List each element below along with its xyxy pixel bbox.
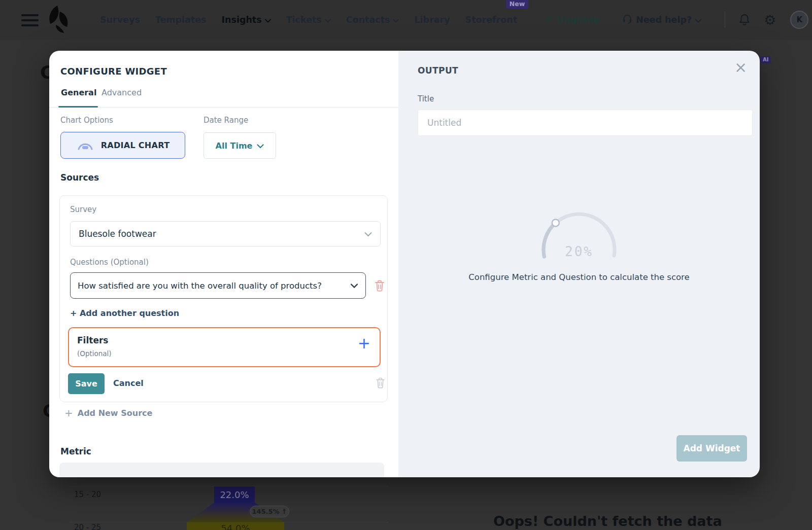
nav-item-storefront[interactable]: Storefront New (465, 15, 518, 25)
ai-badge: AI (760, 56, 771, 63)
configure-hint-text: Configure Metric and Question to calcula… (398, 272, 760, 282)
chevron-down-icon (364, 229, 372, 239)
upgrade-button[interactable]: Upgrade (544, 14, 600, 26)
rocket-icon (544, 14, 554, 26)
funnel-row-label: 20 - 25 (74, 523, 101, 530)
survey-select[interactable]: Bluesole footwear (70, 221, 381, 246)
nav-divider (725, 12, 725, 28)
widget-title-label: Title (418, 94, 434, 103)
add-new-source-button[interactable]: + Add New Source (64, 408, 152, 418)
sources-heading: Sources (60, 172, 99, 183)
tab-advanced[interactable]: Advanced (101, 88, 142, 97)
configure-panel: CONFIGURE WIDGET General Advanced Chart … (49, 51, 398, 477)
add-filter-plus-icon[interactable]: + (358, 336, 370, 351)
active-tab-underline (58, 106, 98, 108)
nav-item-tickets[interactable]: Tickets (286, 15, 331, 25)
chevron-down-icon (265, 15, 271, 25)
output-heading: OUTPUT (418, 65, 458, 76)
plus-icon: + (70, 308, 77, 318)
plus-icon: + (64, 408, 73, 418)
chevron-down-icon (257, 141, 264, 151)
delete-source-trash-icon[interactable] (376, 377, 385, 388)
app-logo-leaf-icon[interactable] (45, 5, 72, 36)
question-select[interactable]: How satisfied are you with the overall q… (70, 272, 366, 299)
chevron-down-icon (350, 281, 358, 291)
cancel-button[interactable]: Cancel (113, 378, 144, 388)
nav-right-group: Upgrade Need help? ⚙ K (544, 0, 808, 40)
tab-divider (49, 107, 398, 108)
need-help-menu[interactable]: Need help? (622, 14, 701, 26)
chart-options-label: Chart Options (60, 116, 113, 125)
hamburger-menu-icon[interactable] (21, 14, 39, 26)
add-another-question-button[interactable]: + Add another question (70, 308, 179, 318)
nav-menu: Surveys Templates Insights Tickets Conta… (100, 0, 517, 40)
nav-item-surveys[interactable]: Surveys (100, 15, 140, 25)
filters-label: Filters (77, 335, 108, 345)
funnel-change-badge: 145.5%↑ (250, 506, 289, 517)
nav-item-templates[interactable]: Templates (155, 15, 207, 25)
questions-label: Questions (Optional) (70, 258, 149, 267)
date-range-select[interactable]: All Time (204, 132, 276, 159)
nav-item-insights[interactable]: Insights (222, 15, 271, 25)
nav-item-library[interactable]: Library (414, 15, 450, 25)
chevron-down-icon (695, 15, 701, 25)
screen: Surveys Templates Insights Tickets Conta… (0, 0, 812, 530)
metric-heading: Metric (60, 446, 91, 456)
chevron-down-icon (325, 15, 331, 25)
new-badge: New (506, 0, 529, 9)
headset-icon (622, 14, 632, 26)
filters-section[interactable]: Filters (Optional) + (68, 327, 381, 367)
funnel-row-label: 15 - 20 (74, 490, 101, 499)
source-card: Survey Bluesole footwear Questions (Opti… (59, 195, 388, 402)
metric-select-partial[interactable] (59, 463, 384, 477)
chart-type-radial-button[interactable]: RADIAL CHART (60, 132, 185, 159)
widget-title-input[interactable] (418, 110, 753, 136)
user-avatar[interactable]: K (790, 11, 808, 29)
filters-optional-label: (Optional) (77, 349, 112, 358)
notifications-bell-icon[interactable] (738, 13, 751, 26)
survey-label: Survey (70, 205, 96, 214)
delete-question-trash-icon[interactable] (375, 280, 385, 292)
funnel-bar: 22.0% (214, 486, 255, 503)
add-widget-button[interactable]: Add Widget (676, 435, 747, 462)
gauge-value: 20% (533, 244, 625, 259)
chevron-down-icon (393, 15, 399, 25)
modal-title: CONFIGURE WIDGET (60, 66, 167, 77)
configure-widget-modal: CONFIGURE WIDGET General Advanced Chart … (49, 51, 760, 477)
tab-general[interactable]: General (61, 88, 96, 97)
save-button[interactable]: Save (68, 373, 105, 394)
arrow-up-icon: ↑ (282, 508, 287, 515)
radial-gauge-icon (76, 138, 94, 153)
output-panel: OUTPUT × Title 20% Configure Metric and … (398, 51, 760, 477)
nav-item-contacts[interactable]: Contacts (346, 15, 399, 25)
settings-gear-icon[interactable]: ⚙ (764, 13, 776, 27)
funnel-bar: 54.0% (187, 522, 284, 530)
close-icon[interactable]: × (734, 60, 747, 75)
date-range-label: Date Range (204, 116, 248, 125)
top-navbar: Surveys Templates Insights Tickets Conta… (0, 0, 812, 40)
fetch-error-text: Oops! Couldn't fetch the data (493, 513, 722, 529)
gauge-knob (552, 219, 559, 226)
